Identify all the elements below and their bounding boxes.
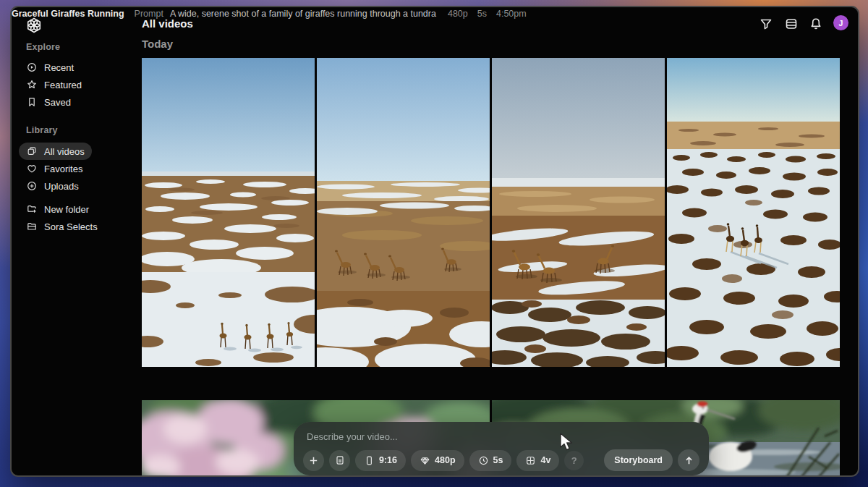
video-time: 4:50pm — [496, 9, 527, 19]
add-button[interactable] — [303, 450, 324, 471]
folder-icon — [26, 221, 38, 232]
aspect-ratio-button[interactable]: 9:16 — [355, 450, 406, 471]
page-title: All videos — [142, 17, 193, 30]
notifications-button[interactable] — [809, 17, 823, 31]
composer-toolbar: 9:16 480p 5s 4v ? — [303, 449, 699, 471]
duration-value: 5s — [493, 455, 503, 465]
sidebar-item-saved[interactable]: Saved — [19, 93, 78, 111]
resolution-button[interactable]: 480p — [411, 450, 464, 471]
openai-logo-icon[interactable] — [25, 16, 43, 35]
featured-star-icon — [26, 79, 38, 90]
grid-icon — [525, 455, 536, 466]
sidebar-item-featured[interactable]: Featured — [19, 76, 89, 93]
video-thumbnail-variant-4[interactable] — [667, 58, 840, 367]
layout-rows-icon — [784, 17, 799, 31]
plus-icon — [307, 454, 320, 467]
all-videos-icon — [26, 145, 38, 157]
sidebar-section-library: Library — [26, 125, 58, 135]
sidebar-item-label: New folder — [44, 204, 89, 215]
sidebar: Explore Recent Featured Saved Library — [12, 7, 142, 475]
app-window: Explore Recent Featured Saved Library — [10, 6, 859, 477]
sidebar-item-label: Favorites — [44, 164, 82, 174]
submit-button[interactable] — [678, 449, 699, 471]
gem-icon — [420, 455, 430, 466]
sidebar-item-label: All videos — [44, 146, 85, 157]
storyboard-label: Storyboard — [614, 455, 663, 465]
duration-button[interactable]: 5s — [469, 450, 512, 471]
prompt-input[interactable] — [305, 428, 641, 445]
video-resolution: 480p — [448, 9, 468, 19]
help-label: ? — [571, 455, 577, 466]
arrow-up-icon — [683, 454, 695, 467]
variations-value: 4v — [540, 455, 550, 465]
sidebar-item-label: Recent — [44, 62, 74, 73]
resolution-value: 480p — [435, 455, 456, 465]
sidebar-item-uploads[interactable]: Uploads — [19, 177, 86, 195]
prompt-composer: 9:16 480p 5s 4v ? — [294, 422, 709, 475]
sidebar-item-favorites[interactable]: Favorites — [19, 160, 90, 177]
storyboard-button[interactable]: Storyboard — [604, 449, 673, 471]
filter-button[interactable] — [759, 17, 773, 31]
sidebar-item-new-folder[interactable]: New folder — [19, 200, 96, 218]
video-thumbnail-variant-3[interactable] — [492, 58, 665, 367]
sidebar-section-explore: Explore — [26, 42, 60, 52]
sidebar-item-recent[interactable]: Recent — [19, 59, 81, 76]
layout-view-button[interactable] — [784, 17, 799, 31]
aspect-ratio-value: 9:16 — [379, 455, 397, 465]
video-thumbnail-variant-1[interactable] — [142, 58, 315, 367]
help-button[interactable]: ? — [564, 451, 584, 470]
video-thumbnail-variant-2[interactable] — [317, 58, 490, 367]
video-duration: 5s — [477, 9, 487, 19]
avatar[interactable]: J — [833, 15, 848, 30]
sidebar-item-label: Uploads — [44, 181, 79, 192]
favorites-heart-icon — [26, 163, 38, 174]
filter-icon — [759, 17, 773, 31]
sidebar-item-label: Saved — [44, 97, 71, 108]
new-folder-icon — [26, 203, 38, 215]
recent-icon — [26, 62, 38, 73]
date-group-label: Today — [142, 38, 173, 50]
sidebar-item-label: Sora Selects — [44, 221, 98, 232]
sidebar-item-sora-selects[interactable]: Sora Selects — [19, 218, 105, 235]
media-card-icon — [334, 454, 346, 466]
sidebar-item-label: Featured — [44, 80, 82, 90]
saved-bookmark-icon — [26, 96, 38, 108]
phone-portrait-icon — [364, 455, 375, 466]
clock-icon — [478, 455, 489, 466]
bell-icon — [809, 17, 823, 31]
prompt-text: A wide, serene shot of a family of giraf… — [170, 9, 436, 19]
uploads-icon — [26, 180, 38, 192]
sidebar-item-all-videos[interactable]: All videos — [19, 143, 92, 160]
variations-button[interactable]: 4v — [516, 450, 559, 471]
media-card-button[interactable] — [329, 450, 350, 471]
